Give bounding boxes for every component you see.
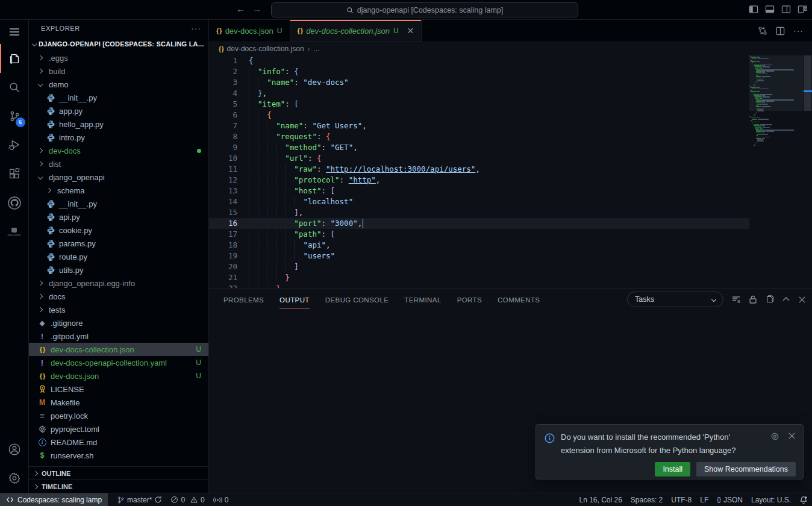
code-line-4[interactable]: 4 }, <box>209 88 749 99</box>
tree-file-params.py[interactable]: params.py <box>29 237 208 250</box>
tree-file-route.py[interactable]: route.py <box>29 250 208 263</box>
sidebar-item-extensions[interactable] <box>0 160 29 189</box>
code-line-6[interactable]: 6 { <box>209 110 749 120</box>
command-center-search[interactable]: django-openapi [Codespaces: scaling lamp… <box>271 2 578 17</box>
keyboard-layout-indicator[interactable]: Layout: U.S. <box>747 493 795 506</box>
notification-settings-gear-icon[interactable] <box>770 432 779 441</box>
explorer-more-actions[interactable]: ··· <box>191 23 201 33</box>
install-button[interactable]: Install <box>655 462 690 476</box>
minimap[interactable] <box>749 55 804 146</box>
tree-file-.gitignore[interactable]: ◆.gitignore <box>29 316 208 330</box>
sidebar-item-source-control[interactable]: 5 <box>0 102 29 131</box>
nav-forward-icon[interactable]: → <box>252 4 261 14</box>
compare-changes-icon[interactable] <box>758 26 767 36</box>
code-line-18[interactable]: 18 "api", <box>209 240 749 251</box>
tree-folder-django_openapi[interactable]: django_openapi <box>29 170 208 184</box>
tree-folder-build[interactable]: build <box>29 64 208 78</box>
toggle-sidebar-icon[interactable] <box>749 5 758 14</box>
code-editor[interactable]: 1{2 "info": {3 "name": "dev-docs"4 },5 "… <box>209 55 812 288</box>
tree-folder-tests[interactable]: tests <box>29 303 208 316</box>
tree-folder-django_openapi.egg-info[interactable]: django_openapi.egg-info <box>29 276 208 290</box>
tree-file-README.md[interactable]: iREADME.md <box>29 436 208 449</box>
code-line-12[interactable]: 12 "protocol": "http", <box>209 175 749 186</box>
code-line-2[interactable]: 2 "info": { <box>209 66 749 77</box>
tree-file-__init__.py[interactable]: __init__.py <box>29 197 208 210</box>
tree-file-poetry.lock[interactable]: ≡poetry.lock <box>29 409 208 422</box>
tree-file-runserver.sh[interactable]: $runserver.sh <box>29 449 208 462</box>
code-line-1[interactable]: 1{ <box>209 55 749 66</box>
code-line-22[interactable]: 22 }, <box>209 283 749 288</box>
code-line-17[interactable]: 17 "path": [ <box>209 229 749 240</box>
tree-file-.gitpod.yml[interactable]: !.gitpod.yml <box>29 330 208 343</box>
tree-file-cookie.py[interactable]: cookie.py <box>29 223 208 237</box>
editor-tab-dev-docs.json[interactable]: { }dev-docs.jsonU <box>209 20 290 42</box>
tree-folder-dist[interactable]: dist <box>29 157 208 170</box>
sidebar-item-search[interactable] <box>0 73 29 102</box>
editor-tab-dev-docs-collection.json[interactable]: { }dev-docs-collection.jsonU✕ <box>290 20 422 42</box>
editor-more-actions-icon[interactable]: ··· <box>793 26 804 36</box>
code-line-5[interactable]: 5 "item": [ <box>209 99 749 110</box>
tree-file-intro.py[interactable]: intro.py <box>29 131 208 144</box>
code-line-10[interactable]: 10 "url": { <box>209 153 749 164</box>
show-recommendations-button[interactable]: Show Recommendations <box>696 462 796 476</box>
tree-folder-docs[interactable]: docs <box>29 290 208 303</box>
encoding-indicator[interactable]: UTF-8 <box>667 493 696 506</box>
problems-indicator[interactable]: 0 0 <box>166 493 208 506</box>
code-line-9[interactable]: 9 "method": "GET", <box>209 142 749 153</box>
sidebar-item-run-debug[interactable] <box>0 131 29 160</box>
panel-tab-terminal[interactable]: TERMINAL <box>404 291 441 308</box>
remote-indicator[interactable]: Codespaces: scaling lamp <box>0 493 108 506</box>
code-line-8[interactable]: 8 "request": { <box>209 131 749 142</box>
tree-folder-schema[interactable]: schema <box>29 184 208 197</box>
code-line-19[interactable]: 19 "users" <box>209 251 749 261</box>
editor-scrollbar[interactable] <box>804 55 812 288</box>
split-editor-icon[interactable] <box>776 27 785 36</box>
panel-tab-debug-console[interactable]: DEBUG CONSOLE <box>325 291 389 308</box>
eol-indicator[interactable]: LF <box>696 493 713 506</box>
open-output-in-editor-icon[interactable] <box>765 295 774 304</box>
code-line-3[interactable]: 3 "name": "dev-docs" <box>209 77 749 88</box>
menu-hamburger-icon[interactable] <box>0 20 29 44</box>
code-line-16[interactable]: 16 "port": "3000", <box>209 218 749 229</box>
cursor-position-indicator[interactable]: Ln 16, Col 26 <box>575 493 626 506</box>
maximize-panel-icon[interactable] <box>782 295 790 304</box>
close-panel-icon[interactable] <box>798 296 806 304</box>
clear-output-icon[interactable] <box>731 295 741 304</box>
git-branch-indicator[interactable]: master* <box>113 493 166 506</box>
breadcrumb[interactable]: { } dev-docs-collection.json › ... <box>209 42 812 55</box>
output-channel-select[interactable]: Tasks <box>627 292 723 307</box>
tree-file-app.py[interactable]: app.py <box>29 104 208 117</box>
tree-folder-demo[interactable]: demo <box>29 78 208 91</box>
scrollbar-thumb[interactable] <box>804 55 811 111</box>
tree-folder-dev-docs[interactable]: dev-docs <box>29 144 208 157</box>
code-line-7[interactable]: 7 "name": "Get Users", <box>209 120 749 131</box>
settings-gear-icon[interactable] <box>0 464 29 493</box>
sidebar-item-explorer[interactable] <box>0 44 29 73</box>
workspace-section-header[interactable]: DJANGO-OPENAPI [CODESPACES: SCALING LA..… <box>29 37 208 51</box>
indentation-indicator[interactable]: Spaces: 2 <box>626 493 667 506</box>
lock-autoscroll-icon[interactable] <box>749 295 757 304</box>
toggle-panel-icon[interactable] <box>765 5 775 14</box>
nav-back-icon[interactable]: ← <box>236 4 245 14</box>
tree-file-api.py[interactable]: api.py <box>29 210 208 223</box>
notification-close-icon[interactable] <box>788 432 796 440</box>
tree-file-dev-docs-openapi-collection.yaml[interactable]: !dev-docs-openapi-collection.yamlU <box>29 356 208 369</box>
tree-file-hello_app.py[interactable]: hello_app.py <box>29 117 208 131</box>
sidebar-item-dev-docs[interactable]: Dev-Docs <box>0 217 29 246</box>
code-line-20[interactable]: 20 ] <box>209 261 749 272</box>
panel-tab-output[interactable]: OUTPUT <box>280 291 310 308</box>
code-line-14[interactable]: 14 "localhost" <box>209 196 749 207</box>
tree-file-utils.py[interactable]: utils.py <box>29 263 208 276</box>
tree-file-__init__.py[interactable]: __init__.py <box>29 91 208 104</box>
panel-tab-problems[interactable]: PROBLEMS <box>223 291 264 308</box>
language-mode-indicator[interactable]: {} JSON <box>713 493 747 506</box>
tree-file-dev-docs-collection.json[interactable]: { }dev-docs-collection.jsonU <box>29 343 208 356</box>
ports-indicator[interactable]: 0 <box>209 493 233 506</box>
outline-section[interactable]: OUTLINE <box>29 466 208 479</box>
code-line-21[interactable]: 21 } <box>209 272 749 283</box>
account-icon[interactable] <box>0 435 29 464</box>
code-line-15[interactable]: 15 ], <box>209 207 749 218</box>
toggle-secondary-sidebar-icon[interactable] <box>781 5 791 14</box>
customize-layout-icon[interactable] <box>798 5 807 14</box>
sidebar-item-github[interactable] <box>0 189 29 217</box>
